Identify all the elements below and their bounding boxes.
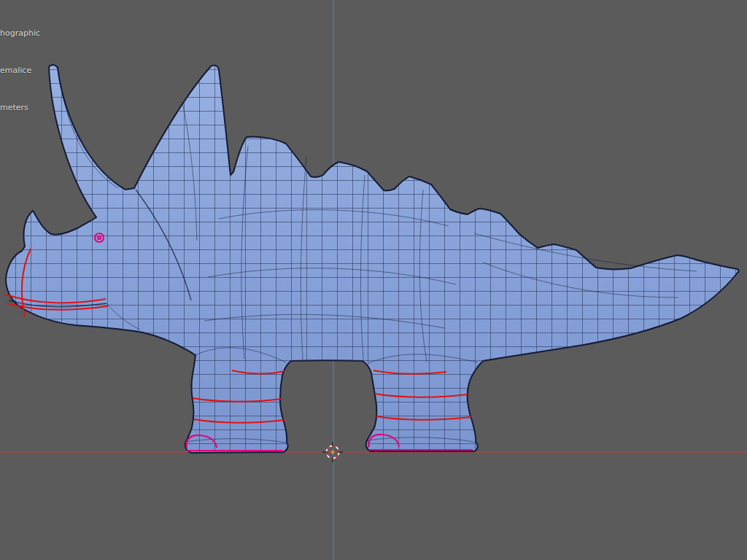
viewport-canvas[interactable] — [0, 0, 747, 560]
viewport-overlay-text: hographic emalice meters — [0, 2, 40, 139]
object-name-label: emalice — [0, 64, 40, 77]
view-mode-label: hographic — [0, 27, 40, 39]
blender-3d-viewport[interactable]: hographic emalice meters — [0, 0, 747, 560]
3d-cursor — [322, 442, 343, 462]
dinosaur-mesh[interactable] — [6, 65, 739, 453]
mesh-wireframe — [6, 65, 739, 453]
object-origin-dot — [331, 451, 334, 454]
units-label: meters — [0, 101, 40, 114]
